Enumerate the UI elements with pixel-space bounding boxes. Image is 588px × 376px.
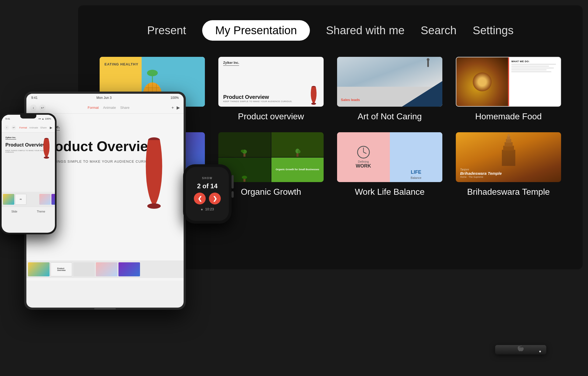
watch-next-button[interactable]: ❯ xyxy=(209,193,221,204)
iphone-thumb-2[interactable]: PO xyxy=(15,194,26,205)
iphone-bottombar: Slide Theme xyxy=(2,207,55,216)
nav-search[interactable]: Search xyxy=(421,24,457,37)
thumb-work-life: Defining WORK LIFE Balance xyxy=(337,132,442,182)
nav-settings[interactable]: Settings xyxy=(473,24,514,37)
presentation-work-life[interactable]: Defining WORK LIFE Balance Work Life Bal… xyxy=(337,132,442,197)
watch-side-button xyxy=(232,191,234,198)
iphone-slide-brand: Zylker Inc. xyxy=(5,136,16,140)
product-subtitle: KEEP THINGS SIMPLE TO MAKE YOUR AUDIENCE… xyxy=(223,100,319,103)
thumb-temple: Tanjore Brihadeswara Temple Home · The S… xyxy=(456,132,561,182)
nav-shared-with-me[interactable]: Shared with me xyxy=(326,24,405,37)
work-life-label: Work Life Balance xyxy=(355,187,425,197)
iphone-vase-icon xyxy=(42,136,51,161)
art-sales-label: Sales leads xyxy=(341,98,360,102)
ipad-back-button[interactable]: ‹ xyxy=(30,105,37,111)
thumb-strip-3[interactable] xyxy=(73,262,95,276)
ipad-play-icon[interactable]: ▶ xyxy=(177,105,180,110)
wifi-icon: ▲ xyxy=(42,117,44,120)
thumb-homemade-food: WHAT WE DO: xyxy=(456,57,561,107)
iphone-thumb-1[interactable] xyxy=(3,194,14,205)
ipad-day: Mon Jun 3 xyxy=(96,96,111,100)
presentation-art-of-not-caring[interactable]: Sales leads Art of Not Caring xyxy=(337,57,442,121)
appletv-body xyxy=(495,345,546,354)
ipad-vase-icon xyxy=(141,133,167,213)
presentation-temple[interactable]: Tanjore Brihadeswara Temple Home · The S… xyxy=(456,132,561,197)
temple-label: Brihadeswara Temple xyxy=(467,187,550,197)
ipad-battery: 100% xyxy=(170,96,179,100)
thumb-strip-5[interactable] xyxy=(118,262,140,276)
apple-tv-device xyxy=(494,325,548,354)
homemade-food-label: Homemade Food xyxy=(475,112,542,121)
food-what-we-do: WHAT WE DO: xyxy=(511,60,558,63)
svg-point-11 xyxy=(311,103,316,105)
iphone-thumb-4[interactable] xyxy=(39,194,51,205)
svg-rect-23 xyxy=(502,150,515,166)
tv-navigation: Present My Presentation Shared with me S… xyxy=(78,5,583,54)
presentation-organic-growth[interactable]: Organic Growth for Small Businesses Orga… xyxy=(218,132,324,197)
iphone-toolbar: ‹ ↩ Format Animate Share ▶ xyxy=(2,123,55,133)
product-brand: Zylker Inc. xyxy=(223,61,239,66)
temple-sub: Home · The Supreme xyxy=(460,176,557,178)
thumb-strip-4[interactable] xyxy=(96,262,117,276)
temple-title: Brihadeswara Temple xyxy=(460,171,557,176)
battery-icon: 100% xyxy=(45,117,51,120)
svg-line-22 xyxy=(363,152,366,154)
iphone-screen: 9:41 ▪▪▪ ▲ 100% ‹ ↩ Format Animate Share… xyxy=(2,115,55,233)
thumb-strip-1[interactable] xyxy=(28,262,50,276)
iphone-slide-tab[interactable]: Slide xyxy=(11,210,17,213)
svg-point-17 xyxy=(298,150,301,153)
thumb-product-overview: Zylker Inc. Product Overview KEEP THINGS… xyxy=(218,57,324,107)
iphone-theme-tab[interactable]: Theme xyxy=(37,210,45,213)
presentation-product-overview[interactable]: Zylker Inc. Product Overview KEEP THINGS… xyxy=(218,57,324,121)
thumb-strip-2[interactable]: ProductOverview xyxy=(51,262,72,276)
vase-icon xyxy=(309,84,319,105)
plant-3-icon xyxy=(240,171,248,182)
art-of-not-caring-label: Art of Not Caring xyxy=(358,112,422,121)
presentation-homemade-food[interactable]: WHAT WE DO: Homemade Food xyxy=(456,57,561,121)
watch-dot-icon: ● xyxy=(201,207,203,211)
ipad-toolbar-tabs: Format Animate Share xyxy=(48,106,169,110)
iphone-slide-content: Zylker Inc. Product Overview KEEP THINGS… xyxy=(2,133,55,192)
thumb-organic: Organic Growth for Small Businesses xyxy=(218,132,324,182)
watch-controls: ❮ ❯ xyxy=(194,193,221,204)
iphone-share-tab[interactable]: Share xyxy=(40,126,47,129)
apple-logo-icon xyxy=(517,345,524,353)
nav-present[interactable]: Present xyxy=(147,24,186,37)
appletv-logo xyxy=(517,346,525,352)
ipad-thumbnail-strip: ProductOverview xyxy=(26,260,184,278)
signal-icon: ▪▪▪ xyxy=(38,117,41,120)
ipad-undo-button[interactable]: ↩ xyxy=(39,105,46,111)
iphone-play-icon[interactable]: ▶ xyxy=(50,126,52,130)
nav-my-presentation[interactable]: My Presentation xyxy=(202,20,310,41)
ipad-toolbar-actions: + ▶ xyxy=(172,105,180,110)
ipad-format-tab[interactable]: Format xyxy=(88,106,99,110)
temple-silhouette-icon xyxy=(487,134,530,166)
svg-point-30 xyxy=(147,203,161,209)
iphone-format-tab[interactable]: Format xyxy=(19,126,27,129)
organic-growth-label: Organic Growth xyxy=(241,187,301,197)
watch-screen: SHOW 2 of 14 ❮ ❯ ● 10:23 xyxy=(186,167,229,221)
iphone-undo-button[interactable]: ↩ xyxy=(11,125,16,130)
ipad-share-tab[interactable]: Share xyxy=(120,106,130,110)
watch-slide-count: 2 of 14 xyxy=(197,182,218,190)
svg-point-32 xyxy=(44,156,49,159)
temple-location: Tanjore xyxy=(460,168,557,171)
ipad-home-indicator xyxy=(94,308,116,309)
iphone-back-button[interactable]: ‹ xyxy=(4,125,9,130)
ipad-add-icon[interactable]: + xyxy=(172,105,174,110)
iphone-thumbnails: PO xyxy=(2,192,55,207)
iphone-thumb-3[interactable] xyxy=(27,194,38,205)
plant-1-icon xyxy=(240,146,248,157)
svg-rect-26 xyxy=(506,139,511,143)
ipad-animate-tab[interactable]: Animate xyxy=(103,106,116,110)
svg-rect-25 xyxy=(505,142,513,147)
watch-prev-button[interactable]: ❮ xyxy=(194,193,206,204)
iphone-thumb-5[interactable] xyxy=(51,194,55,205)
watch-crown xyxy=(232,175,234,189)
iphone-animate-tab[interactable]: Animate xyxy=(29,126,38,129)
thumb-art: Sales leads xyxy=(337,57,442,107)
product-title: Product Overview xyxy=(223,94,319,100)
iphone-notch xyxy=(20,115,36,119)
iphone-time: 9:41 xyxy=(5,117,10,120)
clock-icon xyxy=(357,145,370,159)
